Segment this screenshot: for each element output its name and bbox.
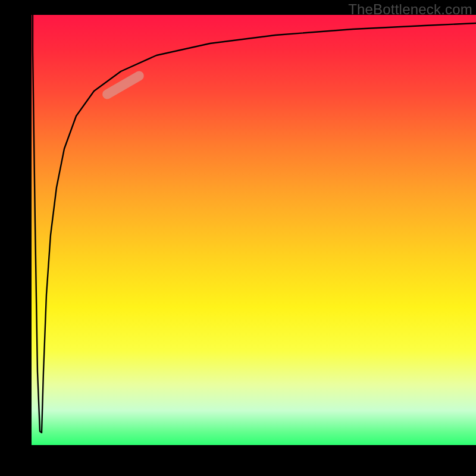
watermark-text: TheBottleneck.com xyxy=(348,1,472,18)
chart-frame: TheBottleneck.com xyxy=(0,0,476,476)
plot-area xyxy=(32,15,476,445)
